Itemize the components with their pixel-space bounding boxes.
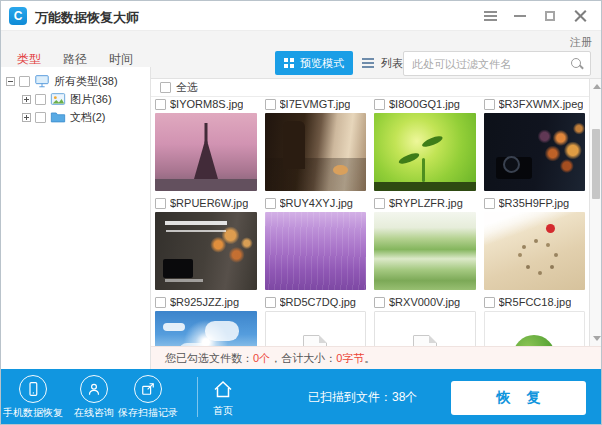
file-name: $R925JZZ.jpg: [170, 296, 239, 308]
expand-expander-icon[interactable]: [22, 113, 31, 122]
file-name: $IYORM8S.jpg: [170, 98, 243, 110]
vertical-scrollbar[interactable]: [589, 79, 602, 346]
file-checkbox[interactable]: [484, 297, 495, 308]
search-input[interactable]: [412, 53, 567, 74]
person-icon: [80, 375, 108, 403]
file-type-tree: 所有类型(38) 图片(36) 文档(2): [1, 67, 151, 369]
scroll-down-icon[interactable]: [593, 336, 601, 341]
scroll-up-icon[interactable]: [593, 84, 601, 89]
thumbnail-beach-heart-flower[interactable]: [484, 212, 586, 290]
tree-item-label: 所有类型(38): [54, 74, 118, 89]
app-logo-icon: C: [9, 7, 27, 25]
thumbnail-camera-night-bokeh[interactable]: [484, 113, 586, 191]
file-cell: $I7EVMGT.jpg: [265, 97, 367, 191]
file-checkbox[interactable]: [484, 99, 495, 110]
file-cell: $RYPLZFR.jpg: [374, 196, 476, 290]
save-export-icon: [134, 375, 162, 403]
file-checkbox[interactable]: [155, 99, 166, 110]
thumbnail-park-river[interactable]: [374, 212, 476, 290]
file-checkbox[interactable]: [484, 198, 495, 209]
window-controls: [475, 1, 595, 31]
title-bar: C 万能数据恢复大师: [1, 1, 601, 31]
tree-checkbox[interactable]: [35, 94, 46, 105]
file-checkbox[interactable]: [265, 198, 276, 209]
footer-bar: 手机数据恢复 在线咨询 保存扫描记录 首页 已扫描到文件：38个 恢 复: [1, 369, 602, 425]
file-checkbox[interactable]: [265, 99, 276, 110]
file-name: $I7EVMGT.jpg: [280, 98, 351, 110]
file-checkbox[interactable]: [155, 297, 166, 308]
file-name: $RXV000V.jpg: [389, 296, 460, 308]
thumbnail-sunny-sky-grass[interactable]: [155, 311, 257, 346]
file-checkbox[interactable]: [374, 99, 385, 110]
file-name: $RPUER6W.jpg: [170, 197, 248, 209]
select-all-checkbox[interactable]: [160, 82, 171, 93]
grid-view-icon: [284, 58, 288, 62]
tree-item-images[interactable]: 图片(36): [1, 90, 150, 108]
file-cell: $RUY4XYJ.jpg: [265, 196, 367, 290]
scanned-count-text: 已扫描到文件：38个: [308, 369, 417, 425]
selected-size: 0字节: [336, 351, 364, 366]
file-name: $R3FXWMX.jpeg: [499, 98, 584, 110]
online-consult-button[interactable]: 在线咨询: [68, 375, 120, 420]
home-button[interactable]: 首页: [207, 377, 239, 418]
thumbnail-green-sprout[interactable]: [374, 113, 476, 191]
document-icon: [303, 335, 327, 346]
thumbnail-blank-document[interactable]: [374, 311, 476, 346]
folder-icon: [50, 109, 66, 125]
home-icon: [211, 377, 235, 401]
action-label: 手机数据恢复: [3, 406, 63, 420]
file-checkbox[interactable]: [265, 297, 276, 308]
selection-status-bar: 您已勾选文件数：0个，合计大小：0字节。: [151, 346, 602, 369]
filter-search-box: [403, 51, 591, 76]
search-icon[interactable]: [571, 58, 584, 71]
thumbnail-lavender-field[interactable]: [265, 212, 367, 290]
file-cell: $RXV000V.jpg: [374, 295, 476, 346]
recovery-logo-icon: 恢: [513, 335, 555, 346]
status-text: 。: [364, 351, 375, 366]
selected-count: 0个: [253, 351, 270, 366]
file-cell: $RPUER6W.jpg: [155, 196, 257, 290]
file-checkbox[interactable]: [374, 198, 385, 209]
phone-recovery-button[interactable]: 手机数据恢复: [2, 375, 64, 420]
action-label: 在线咨询: [74, 406, 114, 420]
tree-checkbox[interactable]: [19, 76, 30, 87]
scrollbar-thumb[interactable]: [592, 129, 600, 199]
document-icon: [413, 335, 437, 346]
file-checkbox[interactable]: [155, 198, 166, 209]
thumbnail-blank-document[interactable]: [265, 311, 367, 346]
grid-header: 全选: [151, 79, 589, 97]
recover-button[interactable]: 恢 复: [451, 381, 586, 415]
tree-item-documents[interactable]: 文档(2): [1, 108, 150, 126]
computer-icon: [34, 73, 50, 89]
tree-checkbox[interactable]: [35, 112, 46, 123]
thumbnail-person-window-cat[interactable]: [265, 113, 367, 191]
minimize-icon[interactable]: [505, 1, 535, 31]
file-checkbox[interactable]: [374, 297, 385, 308]
file-cell: $R5FCC18.jpg 恢: [484, 295, 586, 346]
file-cell: $R925JZZ.jpg: [155, 295, 257, 346]
status-text: ，合计大小：: [270, 351, 336, 366]
close-icon[interactable]: [565, 1, 595, 31]
tree-item-all-types[interactable]: 所有类型(38): [1, 72, 150, 90]
thumbnail-camera-ad-text[interactable]: [155, 212, 257, 290]
maximize-icon[interactable]: [535, 1, 565, 31]
list-view-icon: [362, 58, 374, 60]
footer-divider: [197, 377, 198, 417]
file-name: $RUY4XYJ.jpg: [280, 197, 353, 209]
collapse-expander-icon[interactable]: [6, 77, 15, 86]
save-scan-record-button[interactable]: 保存扫描记录: [118, 375, 178, 420]
preview-mode-button[interactable]: 预览模式: [275, 51, 353, 75]
action-label: 保存扫描记录: [118, 406, 178, 420]
thumbnail-eiffel-tower-sunset[interactable]: [155, 113, 257, 191]
file-cell: $IYORM8S.jpg: [155, 97, 257, 191]
thumbnail-recovery-logo[interactable]: 恢: [484, 311, 586, 346]
select-all-label: 全选: [176, 80, 198, 95]
camera-shape: [163, 259, 193, 278]
register-link[interactable]: 注册: [570, 35, 592, 50]
file-cell: $R3FXWMX.jpeg: [484, 97, 586, 191]
menu-icon[interactable]: [475, 1, 505, 31]
expand-expander-icon[interactable]: [22, 95, 31, 104]
home-label: 首页: [213, 404, 233, 418]
file-name: $RYPLZFR.jpg: [389, 197, 463, 209]
file-name: $R5FCC18.jpg: [499, 296, 572, 308]
